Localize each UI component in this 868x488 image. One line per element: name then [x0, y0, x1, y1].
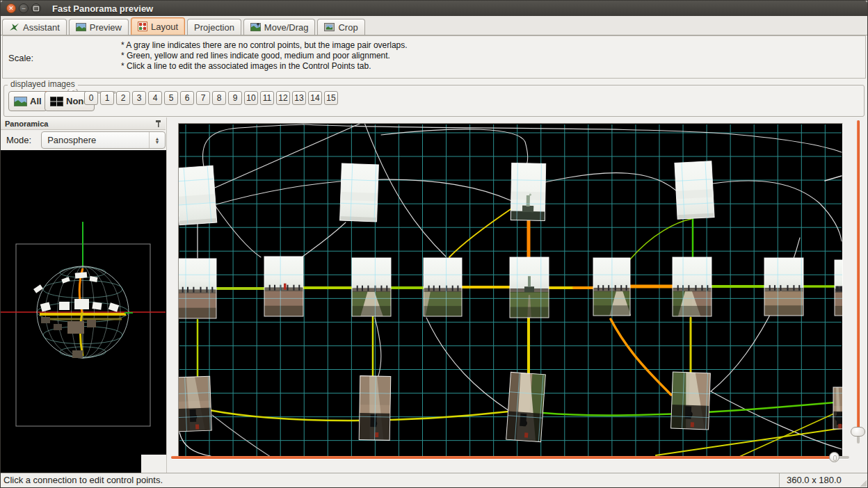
- tab-label: Move/Drag: [264, 22, 309, 33]
- horizontal-slider-fill: [171, 456, 835, 459]
- sphere-image-thumb: [92, 302, 102, 310]
- layout-icon: [138, 22, 147, 31]
- status-message: Click a connection to edit control point…: [1, 473, 780, 487]
- panorama-image-sky[interactable]: [675, 161, 714, 220]
- image-button-3[interactable]: 3: [132, 91, 146, 105]
- panorama-image-horizon-statue[interactable]: [510, 257, 549, 318]
- image-button-5[interactable]: 5: [164, 91, 178, 105]
- vertical-scroll-slider[interactable]: [853, 120, 864, 444]
- tab-label: Preview: [90, 22, 122, 33]
- minimize-icon[interactable]: –: [19, 3, 29, 13]
- mode-dropdown-value: Panosphere: [42, 135, 149, 145]
- mode-row: Mode: Panosphere ▲▼: [1, 130, 166, 150]
- crop-icon: [324, 23, 335, 31]
- tab-label: Crop: [338, 22, 357, 33]
- panorama-image-horizon-path2[interactable]: [673, 257, 712, 316]
- sphere-image-thumb: [72, 350, 83, 358]
- vertical-slider-handle[interactable]: [851, 427, 865, 437]
- panosphere-viewport[interactable]: [1, 150, 166, 473]
- all-images-button[interactable]: All: [8, 91, 47, 111]
- tab-label: Projection: [194, 22, 234, 33]
- tab-move-drag[interactable]: Move/Drag: [243, 19, 316, 35]
- image-button-4[interactable]: 4: [148, 91, 162, 105]
- scale-panel: Scale: * A gray line indicates there are…: [2, 35, 866, 79]
- sphere-image-thumb: [54, 324, 62, 330]
- main-area: Panoramica Mode: Panosphere ▲▼: [1, 117, 867, 473]
- panorama-image-horizon-path-red[interactable]: [264, 257, 303, 316]
- tab-layout[interactable]: Layout: [131, 17, 185, 35]
- sphere-image-thumb: [41, 317, 50, 323]
- panorama-image-horizon-path[interactable]: [835, 260, 842, 316]
- preview-icon: [76, 23, 86, 31]
- image-button-14[interactable]: 14: [308, 91, 322, 105]
- tab-projection[interactable]: Projection: [187, 19, 241, 35]
- sphere-image-thumb: [59, 302, 70, 310]
- panorama-image-sky-statue[interactable]: [511, 163, 545, 221]
- tab-assistant[interactable]: Assistant: [2, 19, 67, 35]
- panosphere-preview: [1, 150, 166, 474]
- displayed-images-group: displayed images All None 01234567891011…: [3, 85, 865, 117]
- image-button-11[interactable]: 11: [260, 91, 274, 105]
- panosphere-panel-title: Panoramica: [5, 120, 155, 128]
- horizontal-slider-handle[interactable]: [829, 452, 839, 462]
- panorama-image-down[interactable]: [359, 376, 391, 441]
- sphere-image-thumb: [87, 320, 96, 327]
- horizontal-scroll-slider[interactable]: [171, 452, 849, 463]
- titlebar: ✕ – Fast Panorama preview: [1, 1, 867, 16]
- scale-label: Scale:: [8, 53, 33, 63]
- vertical-slider-fill: [857, 120, 860, 434]
- maximize-icon[interactable]: [31, 3, 41, 13]
- image-button-8[interactable]: 8: [212, 91, 226, 105]
- window-title: Fast Panorama preview: [52, 3, 153, 14]
- panel-corner: [141, 455, 166, 473]
- panorama-size-field: 360.0 x 180.0: [780, 473, 867, 487]
- pin-icon[interactable]: [155, 120, 161, 128]
- image-button-13[interactable]: 13: [292, 91, 306, 105]
- sphere-image-thumb: [74, 299, 89, 309]
- panorama-image-sky[interactable]: [179, 165, 217, 225]
- panorama-image-down-grass[interactable]: [506, 372, 546, 441]
- image-button-15[interactable]: 15: [324, 91, 338, 105]
- all-images-label: All: [30, 96, 42, 106]
- panosphere-panel: Panoramica Mode: Panosphere ▲▼: [1, 117, 166, 473]
- image-button-7[interactable]: 7: [196, 91, 210, 105]
- panorama-image-horizon-path[interactable]: [179, 259, 216, 318]
- image-number-buttons: 0123456789101112131415: [84, 91, 338, 105]
- panorama-image-horizon-grass[interactable]: [424, 258, 462, 316]
- all-icon: [14, 97, 27, 106]
- panorama-image-horizon-path3[interactable]: [764, 258, 803, 316]
- panorama-image-down[interactable]: [833, 387, 842, 429]
- move-drag-icon: [250, 23, 261, 31]
- mode-label: Mode:: [6, 135, 31, 145]
- image-button-1[interactable]: 1: [100, 91, 114, 105]
- tab-bar: AssistantPreviewLayoutProjectionMove/Dra…: [1, 16, 867, 35]
- image-button-0[interactable]: 0: [84, 91, 98, 105]
- layout-canvas-region: [166, 117, 867, 473]
- image-button-10[interactable]: 10: [244, 91, 258, 105]
- mode-dropdown[interactable]: Panosphere ▲▼: [41, 131, 166, 149]
- tab-crop[interactable]: Crop: [317, 19, 364, 35]
- tab-preview[interactable]: Preview: [69, 19, 129, 35]
- layout-canvas-drawing: [179, 124, 842, 457]
- none-icon: [50, 97, 63, 106]
- image-button-9[interactable]: 9: [228, 91, 242, 105]
- all-images-icon: [14, 97, 27, 106]
- panorama-image-down[interactable]: [179, 376, 211, 432]
- layout-canvas[interactable]: [178, 123, 843, 458]
- panorama-image-horizon-grass-path[interactable]: [352, 258, 391, 316]
- panorama-image-horizon-grass2[interactable]: [593, 258, 631, 316]
- close-icon[interactable]: ✕: [6, 3, 16, 13]
- sphere-image-thumb: [75, 272, 88, 278]
- sphere-image-thumb: [67, 321, 84, 334]
- scale-help-text: * A gray line indicates there are no con…: [121, 40, 408, 72]
- image-button-6[interactable]: 6: [180, 91, 194, 105]
- panorama-image-sky[interactable]: [340, 163, 379, 222]
- image-button-2[interactable]: 2: [116, 91, 130, 105]
- fast-panorama-preview-window: ✕ – Fast Panorama preview AssistantPrevi…: [0, 0, 868, 488]
- image-button-12[interactable]: 12: [276, 91, 290, 105]
- scale-help-line: * Click a line to edit the associated im…: [121, 61, 408, 72]
- scale-help-line: * A gray line indicates there are no con…: [121, 40, 408, 51]
- spinner-up-down-icon[interactable]: ▲▼: [149, 132, 165, 148]
- panorama-image-down2[interactable]: [671, 372, 711, 430]
- assistant-icon: [9, 22, 19, 32]
